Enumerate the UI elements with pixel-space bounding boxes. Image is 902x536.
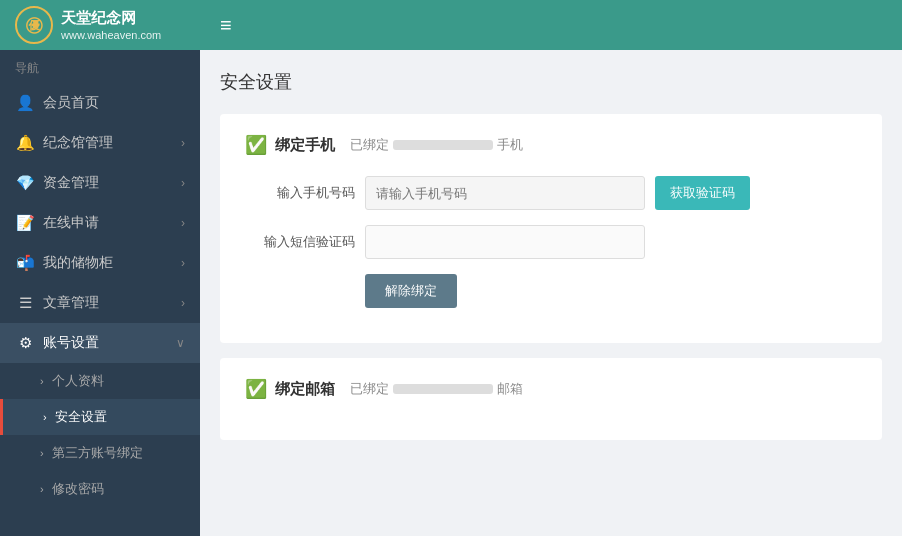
logo-area: ㊝ 天堂纪念网 www.waheaven.com [15,6,215,44]
sidebar-item-my-storage[interactable]: 📬 我的储物柜 › [0,243,200,283]
check-circle-icon: ✅ [245,134,267,156]
sidebar-sub-label-change-password: 修改密码 [52,480,104,498]
bind-email-status: 已绑定 邮箱 [350,380,523,398]
sidebar-label-memorial-mgmt: 纪念馆管理 [43,134,181,152]
sidebar-item-online-apply[interactable]: 📝 在线申请 › [0,203,200,243]
sidebar: 导航 👤 会员首页 🔔 纪念馆管理 › 💎 资金管理 › 📝 在线申请 › 📬 … [0,50,200,536]
sub-arrow-icon-4: › [40,483,44,495]
bind-email-header: ✅ 绑定邮箱 已绑定 邮箱 [245,378,857,400]
site-url: www.waheaven.com [61,28,161,42]
page-title: 安全设置 [220,70,882,94]
phone-input-label: 输入手机号码 [245,184,355,202]
chevron-right-icon-5: › [181,296,185,310]
logo-icon: ㊝ [15,6,53,44]
site-name: 天堂纪念网 [61,8,161,28]
phone-input[interactable] [365,176,645,210]
logo-text: 天堂纪念网 www.waheaven.com [61,8,161,42]
chevron-right-icon-2: › [181,176,185,190]
bind-phone-header: ✅ 绑定手机 已绑定 手机 [245,134,857,156]
unbind-row: 解除绑定 [245,274,857,308]
email-status-suffix: 邮箱 [497,380,523,398]
status-suffix: 手机 [497,136,523,154]
sidebar-label-member-home: 会员首页 [43,94,185,112]
sidebar-label-article-mgmt: 文章管理 [43,294,181,312]
menu-toggle-button[interactable]: ≡ [215,9,237,42]
sidebar-item-member-home[interactable]: 👤 会员首页 [0,83,200,123]
sidebar-label-account-settings: 账号设置 [43,334,176,352]
sidebar-item-fund-mgmt[interactable]: 💎 资金管理 › [0,163,200,203]
chevron-right-icon-4: › [181,256,185,270]
online-apply-icon: 📝 [15,213,35,233]
masked-email [393,384,493,394]
chevron-right-icon-3: › [181,216,185,230]
article-mgmt-icon: ☰ [15,293,35,313]
sidebar-label-my-storage: 我的储物柜 [43,254,181,272]
member-home-icon: 👤 [15,93,35,113]
bind-phone-title: 绑定手机 [275,136,335,155]
memorial-mgmt-icon: 🔔 [15,133,35,153]
sms-code-input[interactable] [365,225,645,259]
code-input-row: 输入短信验证码 [245,225,857,259]
nav-label: 导航 [0,50,200,83]
sidebar-sub-label-security-settings: 安全设置 [55,408,107,426]
email-status-prefix: 已绑定 [350,380,389,398]
chevron-right-icon: › [181,136,185,150]
sidebar-label-fund-mgmt: 资金管理 [43,174,181,192]
sidebar-sub-label-third-party: 第三方账号绑定 [52,444,143,462]
sidebar-sub-item-third-party[interactable]: › 第三方账号绑定 [0,435,200,471]
content-area: 安全设置 ✅ 绑定手机 已绑定 手机 输入手机号码 获取验证码 输入短信验证码 [200,50,902,536]
unbind-button[interactable]: 解除绑定 [365,274,457,308]
fund-mgmt-icon: 💎 [15,173,35,193]
masked-phone-number [393,140,493,150]
header: ㊝ 天堂纪念网 www.waheaven.com ≡ [0,0,902,50]
sidebar-sub-item-change-password[interactable]: › 修改密码 [0,471,200,507]
bind-phone-card: ✅ 绑定手机 已绑定 手机 输入手机号码 获取验证码 输入短信验证码 解除绑定 [220,114,882,343]
main-layout: 导航 👤 会员首页 🔔 纪念馆管理 › 💎 资金管理 › 📝 在线申请 › 📬 … [0,50,902,536]
code-input-label: 输入短信验证码 [245,233,355,251]
bind-email-title: 绑定邮箱 [275,380,335,399]
bind-phone-status: 已绑定 手机 [350,136,523,154]
chevron-down-icon: ∨ [176,336,185,350]
sidebar-item-account-settings[interactable]: ⚙ 账号设置 ∨ [0,323,200,363]
sub-arrow-icon-2: › [43,411,47,423]
check-circle-icon-2: ✅ [245,378,267,400]
sub-arrow-icon: › [40,375,44,387]
my-storage-icon: 📬 [15,253,35,273]
status-prefix: 已绑定 [350,136,389,154]
sidebar-sub-item-security-settings[interactable]: › 安全设置 [0,399,200,435]
sidebar-item-memorial-mgmt[interactable]: 🔔 纪念馆管理 › [0,123,200,163]
get-code-button[interactable]: 获取验证码 [655,176,750,210]
phone-input-row: 输入手机号码 获取验证码 [245,176,857,210]
sub-arrow-icon-3: › [40,447,44,459]
sidebar-label-online-apply: 在线申请 [43,214,181,232]
sidebar-item-article-mgmt[interactable]: ☰ 文章管理 › [0,283,200,323]
account-settings-icon: ⚙ [15,333,35,353]
bind-email-card: ✅ 绑定邮箱 已绑定 邮箱 [220,358,882,440]
sidebar-sub-label-personal-info: 个人资料 [52,372,104,390]
sidebar-sub-item-personal-info[interactable]: › 个人资料 [0,363,200,399]
